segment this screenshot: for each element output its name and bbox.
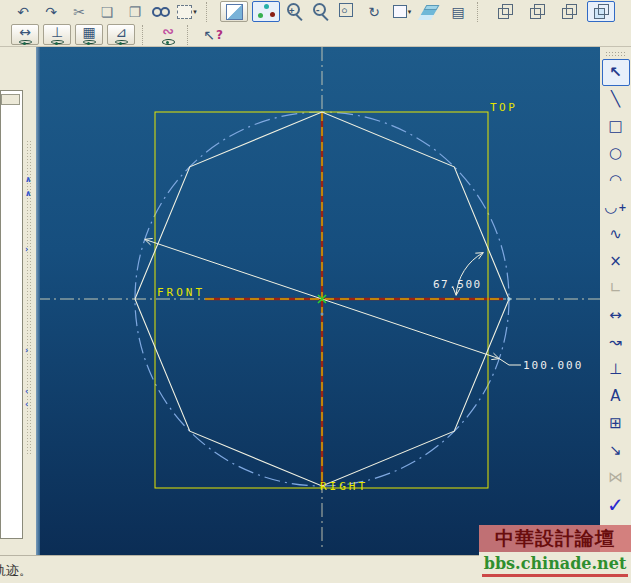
status-message: 轨迹。 <box>0 562 32 580</box>
toolbar-separator <box>206 2 213 22</box>
circle-tool-icon[interactable]: ○ <box>602 140 630 167</box>
vertex-marker <box>507 297 511 301</box>
splitter-collapse-arrow[interactable]: › <box>25 347 28 355</box>
panel-splitter[interactable]: ∧∧››‹‹ <box>25 47 34 555</box>
diameter-dimension-value: 100.000 <box>523 359 583 372</box>
wireframe-view-icon[interactable] <box>491 1 519 22</box>
copy-icon[interactable]: ❏ <box>95 1 119 22</box>
select-tool-button[interactable]: ↖ <box>602 59 630 86</box>
sketch-view-button[interactable] <box>220 1 248 22</box>
coordinate-system-tool-icon[interactable]: ∟ <box>602 275 630 302</box>
splitter-collapse-arrow[interactable]: ∧ <box>25 176 32 184</box>
hidden-line-view-icon[interactable] <box>523 1 551 22</box>
front-plane-label: FRONT <box>157 286 205 299</box>
point-tool-icon[interactable]: × <box>602 248 630 275</box>
splitter-collapse-arrow[interactable]: ‹ <box>25 401 28 409</box>
top-toolbar: ↔↶↷✂❏❐▾+-○↻▾▤ ↔↔⊥▦⊿∾↖? <box>0 0 631 47</box>
fillet-tool-icon[interactable]: ◡+ <box>602 194 630 221</box>
no-hidden-line-view-icon[interactable] <box>555 1 583 22</box>
selection-filter-icon[interactable]: ▾ <box>175 1 199 22</box>
view-manager-icon[interactable]: ▤ <box>446 1 470 22</box>
datum-display-button[interactable] <box>252 1 280 22</box>
sketch-drawing[interactable]: TOPFRONTRIGHT67.500100.000 <box>36 47 600 555</box>
sketch-canvas[interactable]: TOPFRONTRIGHT67.500100.000 <box>36 47 600 555</box>
mirror-tool-icon[interactable]: ⋈ <box>602 464 630 491</box>
top-plane-label: TOP <box>490 101 517 114</box>
toolbar-gripper[interactable] <box>605 51 627 57</box>
sketcher-tool-column: ↖╲□○◠◡+∿×∟↔↝⊥A⊞↘⋈✓ <box>600 59 631 518</box>
splitter-collapse-arrow[interactable]: › <box>25 246 28 254</box>
watermark: 中華設計論壇 bbs.chinade.net <box>479 525 631 583</box>
clipped-toolbar-icon[interactable]: ↔ <box>1 1 7 22</box>
dimension-leader <box>499 359 521 365</box>
constraint-display-toggle[interactable]: ⊥ <box>43 24 71 45</box>
cut-icon[interactable]: ✂ <box>67 1 91 22</box>
constraint-tool-icon[interactable]: ⊥ <box>602 356 630 383</box>
right-plane-label: RIGHT <box>320 480 368 493</box>
toolbar-separator <box>187 25 194 45</box>
paste-icon[interactable]: ❐ <box>123 1 147 22</box>
toolbar-separator <box>142 25 149 45</box>
top-toolbar-row-2: ↔↔⊥▦⊿∾↖? <box>0 23 631 46</box>
arc-tool-icon[interactable]: ◠ <box>602 167 630 194</box>
find-icon[interactable] <box>151 1 171 22</box>
model-tree-panel[interactable] <box>0 90 23 539</box>
left-panel: ∧∧››‹‹ <box>0 47 36 555</box>
zoom-fit-icon[interactable]: ○ <box>336 1 358 22</box>
toolbar-separator <box>477 2 484 22</box>
watermark-underline <box>482 574 628 577</box>
spline-tool-icon[interactable]: ∿ <box>602 221 630 248</box>
splitter-collapse-arrow[interactable]: ∧ <box>25 190 32 198</box>
shade-closed-loops-toggle[interactable]: ∾ <box>156 24 180 45</box>
modify-tool-icon[interactable]: ↝ <box>602 329 630 356</box>
point-marker <box>321 313 324 316</box>
zoom-out-icon[interactable]: - <box>310 1 332 22</box>
redo-icon[interactable]: ↷ <box>39 1 63 22</box>
layers-icon[interactable] <box>418 1 442 22</box>
grid-display-toggle[interactable]: ▦ <box>75 24 103 45</box>
shaded-view-button[interactable] <box>587 1 615 22</box>
palette-tool-icon[interactable]: ⊞ <box>602 410 630 437</box>
dimension-arrowhead <box>475 253 483 259</box>
dimension-tool-icon[interactable]: ↔ <box>602 302 630 329</box>
context-help-icon[interactable]: ↖? <box>201 24 225 45</box>
line-tool-icon[interactable]: ╲ <box>602 86 630 113</box>
undo-icon[interactable]: ↶ <box>11 1 35 22</box>
text-tool-icon[interactable]: A <box>602 383 630 410</box>
done-button[interactable]: ✓ <box>602 491 630 518</box>
top-toolbar-row-1: ↔↶↷✂❏❐▾+-○↻▾▤ <box>0 0 631 23</box>
clipped-toggle-button[interactable]: ↔ <box>1 24 7 45</box>
angle-dimension-value: 67.500 <box>433 278 482 291</box>
splitter-collapse-arrow[interactable]: ‹ <box>25 388 28 396</box>
trim-tool-icon[interactable]: ↘ <box>602 437 630 464</box>
watermark-title: 中華設計論壇 <box>479 525 631 552</box>
saved-views-icon[interactable]: ▾ <box>390 1 414 22</box>
proe-sketcher-window: ↔↶↷✂❏❐▾+-○↻▾▤ ↔↔⊥▦⊿∾↖? ∧∧››‹‹ TOPFRONTRI… <box>0 0 631 583</box>
canvas-left-edge <box>36 47 40 555</box>
sketcher-toolbar: ↖╲□○◠◡+∿×∟↔↝⊥A⊞↘⋈✓ <box>600 47 631 583</box>
zoom-in-icon[interactable]: + <box>284 1 306 22</box>
panel-header-fragment <box>1 94 20 105</box>
rectangle-tool-icon[interactable]: □ <box>602 113 630 140</box>
vertex-display-toggle[interactable]: ⊿ <box>107 24 135 45</box>
repaint-icon[interactable]: ↻ <box>362 1 386 22</box>
dimension-display-toggle[interactable]: ↔ <box>11 24 39 45</box>
watermark-url: bbs.chinade.net <box>479 552 631 574</box>
